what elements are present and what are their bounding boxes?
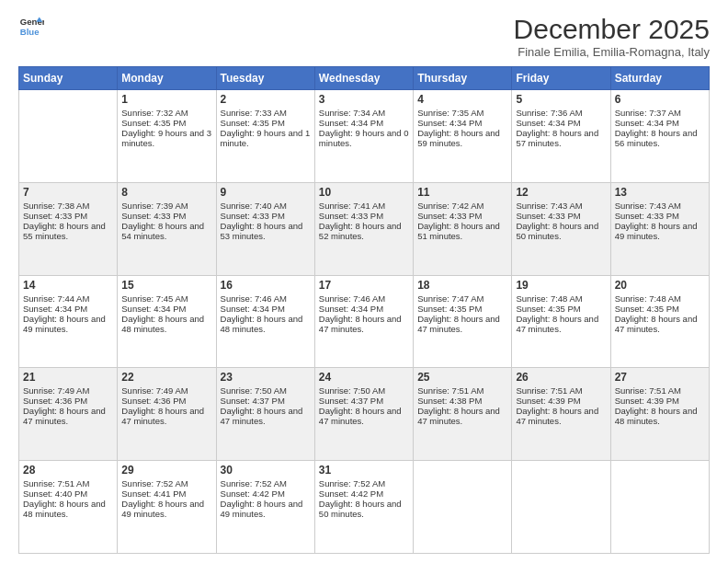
- sunset-text: Sunset: 4:34 PM: [516, 118, 606, 128]
- day-number: 4: [417, 93, 507, 106]
- sunset-text: Sunset: 4:35 PM: [221, 118, 311, 128]
- sunset-text: Sunset: 4:35 PM: [516, 304, 606, 314]
- calendar-cell: 8Sunrise: 7:39 AMSunset: 4:33 PMDaylight…: [118, 182, 216, 275]
- day-number: 26: [516, 371, 606, 384]
- calendar-cell: 27Sunrise: 7:51 AMSunset: 4:39 PMDayligh…: [610, 368, 709, 461]
- day-number: 10: [319, 186, 409, 199]
- sunrise-text: Sunrise: 7:52 AM: [319, 478, 409, 488]
- calendar-cell: [414, 461, 512, 554]
- day-number: 5: [516, 93, 606, 106]
- day-number: 27: [615, 371, 705, 384]
- sunset-text: Sunset: 4:39 PM: [516, 396, 606, 406]
- sunset-text: Sunset: 4:37 PM: [221, 396, 311, 406]
- sunrise-text: Sunrise: 7:38 AM: [23, 201, 113, 211]
- day-number: 31: [319, 464, 409, 477]
- sunset-text: Sunset: 4:33 PM: [23, 211, 113, 221]
- daylight-text: Daylight: 8 hours and 52 minutes.: [319, 221, 409, 241]
- col-header-tuesday: Tuesday: [216, 67, 314, 90]
- day-number: 15: [121, 279, 211, 292]
- calendar-cell: 9Sunrise: 7:40 AMSunset: 4:33 PMDaylight…: [216, 182, 314, 275]
- calendar-cell: 12Sunrise: 7:43 AMSunset: 4:33 PMDayligh…: [512, 182, 610, 275]
- sunset-text: Sunset: 4:33 PM: [221, 211, 311, 221]
- day-number: 21: [23, 371, 113, 384]
- calendar-cell: [19, 90, 118, 183]
- calendar-cell: 18Sunrise: 7:47 AMSunset: 4:35 PMDayligh…: [414, 275, 512, 368]
- calendar-cell: 11Sunrise: 7:42 AMSunset: 4:33 PMDayligh…: [414, 182, 512, 275]
- header: General Blue December 2025 Finale Emilia…: [18, 14, 710, 59]
- sunrise-text: Sunrise: 7:39 AM: [121, 201, 211, 211]
- page: General Blue December 2025 Finale Emilia…: [0, 0, 728, 563]
- sunset-text: Sunset: 4:33 PM: [516, 211, 606, 221]
- day-number: 22: [121, 371, 211, 384]
- day-number: 9: [221, 186, 311, 199]
- calendar-cell: 30Sunrise: 7:52 AMSunset: 4:42 PMDayligh…: [216, 461, 314, 554]
- day-number: 13: [615, 186, 705, 199]
- day-number: 28: [23, 464, 113, 477]
- calendar-cell: 3Sunrise: 7:34 AMSunset: 4:34 PMDaylight…: [314, 90, 413, 183]
- svg-text:Blue: Blue: [20, 27, 40, 37]
- sunrise-text: Sunrise: 7:50 AM: [319, 385, 409, 396]
- day-number: 3: [319, 93, 409, 106]
- calendar-table: SundayMondayTuesdayWednesdayThursdayFrid…: [18, 66, 710, 554]
- daylight-text: Daylight: 8 hours and 49 minutes.: [615, 221, 705, 241]
- sunrise-text: Sunrise: 7:51 AM: [615, 385, 705, 396]
- sunrise-text: Sunrise: 7:46 AM: [319, 293, 409, 304]
- col-header-thursday: Thursday: [414, 67, 512, 90]
- calendar-cell: 5Sunrise: 7:36 AMSunset: 4:34 PMDaylight…: [512, 90, 610, 183]
- logo: General Blue: [18, 14, 44, 40]
- sunset-text: Sunset: 4:33 PM: [615, 211, 705, 221]
- calendar-cell: 21Sunrise: 7:49 AMSunset: 4:36 PMDayligh…: [19, 368, 118, 461]
- calendar-cell: 10Sunrise: 7:41 AMSunset: 4:33 PMDayligh…: [314, 182, 413, 275]
- day-number: 8: [121, 186, 211, 199]
- sunset-text: Sunset: 4:33 PM: [121, 211, 211, 221]
- col-header-monday: Monday: [118, 67, 216, 90]
- daylight-text: Daylight: 8 hours and 59 minutes.: [417, 128, 507, 148]
- day-number: 30: [221, 464, 311, 477]
- daylight-text: Daylight: 8 hours and 47 minutes.: [221, 406, 311, 426]
- sunrise-text: Sunrise: 7:52 AM: [221, 478, 311, 488]
- calendar-cell: 17Sunrise: 7:46 AMSunset: 4:34 PMDayligh…: [314, 275, 413, 368]
- daylight-text: Daylight: 8 hours and 47 minutes.: [319, 406, 409, 426]
- sunset-text: Sunset: 4:42 PM: [319, 488, 409, 499]
- sunrise-text: Sunrise: 7:43 AM: [615, 201, 705, 211]
- subtitle: Finale Emilia, Emilia-Romagna, Italy: [514, 45, 710, 59]
- sunset-text: Sunset: 4:40 PM: [23, 488, 113, 499]
- daylight-text: Daylight: 8 hours and 50 minutes.: [516, 221, 606, 241]
- sunrise-text: Sunrise: 7:40 AM: [221, 201, 311, 211]
- day-number: 6: [615, 93, 705, 106]
- sunset-text: Sunset: 4:41 PM: [121, 488, 211, 499]
- daylight-text: Daylight: 8 hours and 47 minutes.: [23, 406, 113, 426]
- sunrise-text: Sunrise: 7:51 AM: [417, 385, 507, 396]
- sunset-text: Sunset: 4:33 PM: [319, 211, 409, 221]
- calendar-cell: 1Sunrise: 7:32 AMSunset: 4:35 PMDaylight…: [118, 90, 216, 183]
- sunrise-text: Sunrise: 7:49 AM: [23, 385, 113, 396]
- calendar-cell: 23Sunrise: 7:50 AMSunset: 4:37 PMDayligh…: [216, 368, 314, 461]
- day-number: 2: [221, 93, 311, 106]
- sunrise-text: Sunrise: 7:44 AM: [23, 293, 113, 304]
- sunset-text: Sunset: 4:37 PM: [319, 396, 409, 406]
- calendar-cell: 16Sunrise: 7:46 AMSunset: 4:34 PMDayligh…: [216, 275, 314, 368]
- sunrise-text: Sunrise: 7:49 AM: [121, 385, 211, 396]
- daylight-text: Daylight: 8 hours and 49 minutes.: [221, 499, 311, 519]
- sunrise-text: Sunrise: 7:48 AM: [516, 293, 606, 304]
- day-number: 14: [23, 279, 113, 292]
- daylight-text: Daylight: 8 hours and 48 minutes.: [23, 499, 113, 519]
- daylight-text: Daylight: 8 hours and 57 minutes.: [516, 128, 606, 148]
- sunset-text: Sunset: 4:34 PM: [221, 304, 311, 314]
- sunset-text: Sunset: 4:36 PM: [23, 396, 113, 406]
- daylight-text: Daylight: 8 hours and 47 minutes.: [516, 406, 606, 426]
- daylight-text: Daylight: 8 hours and 51 minutes.: [417, 221, 507, 241]
- sunset-text: Sunset: 4:34 PM: [615, 118, 705, 128]
- sunset-text: Sunset: 4:34 PM: [319, 304, 409, 314]
- sunrise-text: Sunrise: 7:43 AM: [516, 201, 606, 211]
- daylight-text: Daylight: 8 hours and 47 minutes.: [319, 314, 409, 334]
- calendar-cell: [512, 461, 610, 554]
- daylight-text: Daylight: 8 hours and 47 minutes.: [121, 406, 211, 426]
- daylight-text: Daylight: 8 hours and 49 minutes.: [23, 314, 113, 334]
- daylight-text: Daylight: 8 hours and 53 minutes.: [221, 221, 311, 241]
- sunset-text: Sunset: 4:36 PM: [121, 396, 211, 406]
- sunrise-text: Sunrise: 7:41 AM: [319, 201, 409, 211]
- sunset-text: Sunset: 4:34 PM: [121, 304, 211, 314]
- sunset-text: Sunset: 4:33 PM: [417, 211, 507, 221]
- day-number: 29: [121, 464, 211, 477]
